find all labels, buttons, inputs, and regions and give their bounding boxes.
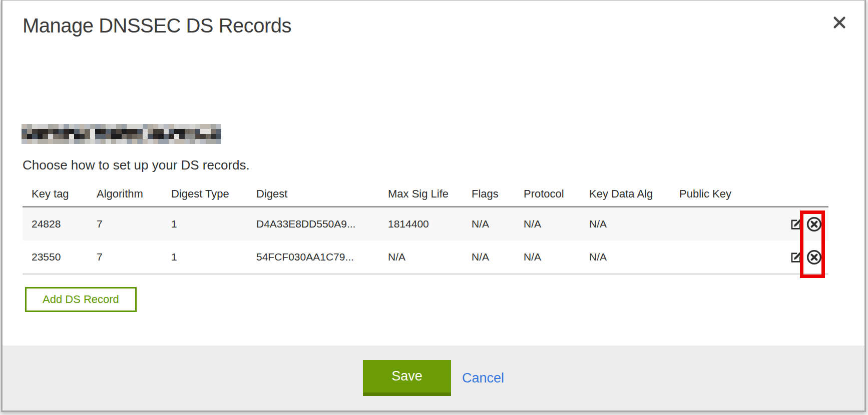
cell-max-sig-life: N/A	[379, 251, 463, 263]
instruction-text: Choose how to set up your DS records.	[23, 158, 250, 173]
cell-digest-type: 1	[162, 251, 247, 263]
delete-x-circle-icon	[806, 250, 822, 265]
manage-dnssec-modal: Manage DNSSEC DS Records Choose how to s…	[1, 0, 866, 412]
cell-protocol: N/A	[515, 251, 580, 263]
table-row: 23550 7 1 54FCF030AA1C79... N/A N/A N/A …	[23, 240, 828, 274]
cancel-link[interactable]: Cancel	[462, 370, 504, 386]
cell-digest: 54FCF030AA1C79...	[247, 251, 379, 263]
edit-record-button[interactable]	[789, 218, 803, 231]
column-header-public-key: Public Key	[670, 188, 764, 200]
column-header-digest-type: Digest Type	[162, 188, 247, 200]
edit-icon	[789, 218, 803, 231]
ds-records-table: Key tag Algorithm Digest Type Digest Max…	[23, 182, 828, 274]
save-button[interactable]: Save	[363, 360, 451, 396]
column-header-protocol: Protocol	[515, 188, 580, 200]
column-header-digest: Digest	[247, 188, 379, 200]
column-header-key-data-alg: Key Data Alg	[580, 188, 670, 200]
add-ds-record-button[interactable]: Add DS Record	[25, 287, 137, 312]
column-header-algorithm: Algorithm	[88, 188, 162, 200]
cell-key-data-alg: N/A	[580, 218, 670, 230]
cell-key-tag: 23550	[23, 251, 88, 263]
cell-algorithm: 7	[88, 218, 162, 230]
modal-footer: Save Cancel	[3, 346, 864, 410]
page-title: Manage DNSSEC DS Records	[23, 14, 291, 37]
column-header-flags: Flags	[463, 188, 515, 200]
cell-protocol: N/A	[515, 218, 580, 230]
table-row: 24828 7 1 D4A33E8DD550A9... 1814400 N/A …	[23, 208, 828, 240]
redacted-domain-name	[22, 124, 221, 144]
edit-icon	[789, 250, 803, 264]
cell-algorithm: 7	[88, 251, 162, 263]
cell-digest: D4A33E8DD550A9...	[247, 218, 379, 230]
edit-record-button[interactable]	[789, 250, 803, 264]
cell-flags: N/A	[463, 218, 515, 230]
cell-flags: N/A	[463, 251, 515, 263]
cell-max-sig-life: 1814400	[379, 218, 463, 230]
column-header-max-sig-life: Max Sig Life	[379, 188, 463, 200]
cell-digest-type: 1	[162, 218, 247, 230]
column-header-key-tag: Key tag	[23, 188, 88, 200]
delete-x-circle-icon	[806, 216, 822, 232]
close-button[interactable]	[829, 12, 849, 32]
table-header-row: Key tag Algorithm Digest Type Digest Max…	[23, 182, 828, 208]
cell-key-data-alg: N/A	[580, 251, 670, 263]
close-icon	[832, 15, 847, 30]
delete-record-button[interactable]	[806, 216, 822, 232]
cell-key-tag: 24828	[23, 218, 88, 230]
delete-record-button[interactable]	[806, 250, 822, 265]
